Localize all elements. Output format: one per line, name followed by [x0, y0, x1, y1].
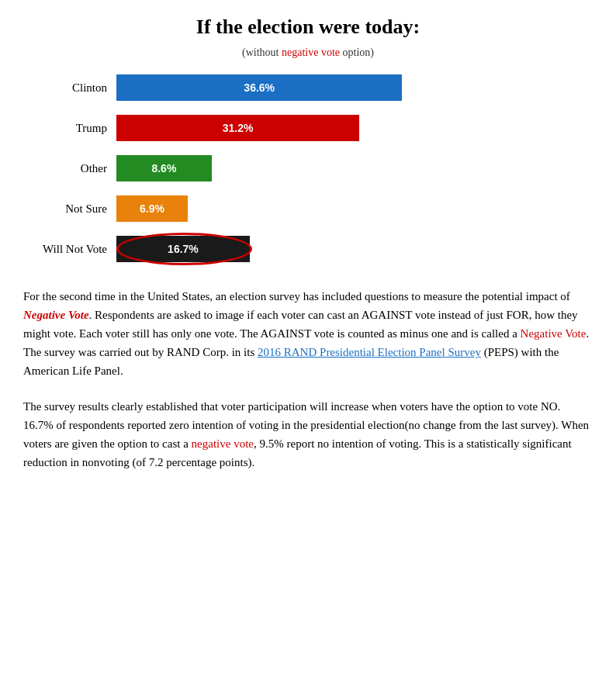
label-will-not: Will Not Vote [39, 243, 116, 256]
bar-wrapper-will-not: 16.7% [116, 236, 593, 262]
bar-wrapper-clinton: 36.6% [116, 74, 593, 101]
bar-not-sure: 6.9% [116, 195, 188, 222]
page-title: If the election were today: [23, 16, 593, 39]
chart-row-not-sure: Not Sure 6.9% [39, 194, 593, 223]
bar-will-not: 16.7% [116, 236, 250, 262]
bar-wrapper-trump: 31.2% [116, 115, 593, 141]
bar-clinton: 36.6% [116, 74, 402, 101]
bar-trump: 31.2% [116, 115, 359, 141]
label-trump: Trump [39, 122, 116, 135]
bar-wrapper-other: 8.6% [116, 155, 593, 181]
bar-wrapper-not-sure: 6.9% [116, 195, 593, 222]
chart-row-other: Other 8.6% [39, 154, 593, 183]
label-clinton: Clinton [39, 81, 116, 95]
chart-row-clinton: Clinton 36.6% [39, 73, 593, 102]
paragraph-1: For the second time in the United States… [23, 287, 593, 380]
chart-subtitle: (without negative vote option) [23, 47, 593, 59]
label-not-sure: Not Sure [39, 202, 116, 216]
chart-row-will-not: Will Not Vote 16.7% [39, 234, 593, 264]
rand-survey-link[interactable]: 2016 RAND Presidential Election Panel Su… [258, 346, 481, 358]
bar-chart: Clinton 36.6% Trump 31.2% Other 8.6% Not… [23, 73, 593, 264]
chart-row-trump: Trump 31.2% [39, 113, 593, 143]
paragraph-2: The survey results clearly established t… [23, 397, 593, 472]
bar-other: 8.6% [116, 155, 212, 181]
label-other: Other [39, 162, 116, 175]
